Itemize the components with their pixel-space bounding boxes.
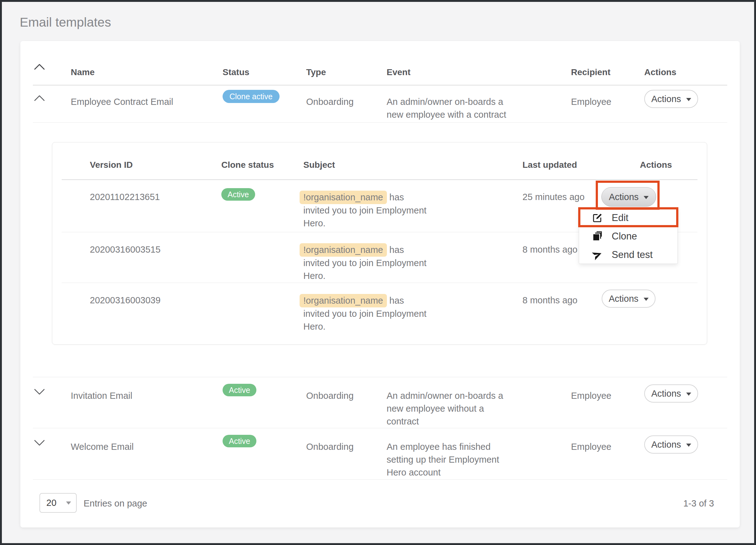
email-templates-card: Name Status Type Event Recipient Actions… <box>20 41 740 527</box>
version-id: 20200316003515 <box>90 232 221 256</box>
collapse-all-toggle[interactable] <box>33 41 71 70</box>
version-id: 20200316003039 <box>90 283 221 307</box>
chevron-down-icon <box>686 444 691 447</box>
template-name: Welcome Email <box>71 428 223 453</box>
table-row-welcome-email: Welcome Email Active Onboarding An emplo… <box>20 428 740 479</box>
template-event: An employee has finished setting up thei… <box>387 428 521 479</box>
annotation-rect-actions-button <box>596 181 660 210</box>
template-event: An admin/owner on-boards a new employee … <box>387 377 521 428</box>
status-badge: Active <box>223 435 256 447</box>
page-title: Email templates <box>20 15 111 30</box>
annotation-rect-edit-item <box>578 207 678 227</box>
divider <box>33 122 727 123</box>
chevron-down-icon <box>66 501 71 505</box>
menu-item-send-test[interactable]: Send test <box>579 245 677 264</box>
version-row: 20200316003039 !organisation_name has in… <box>52 283 707 345</box>
status-badge: Active <box>223 384 256 396</box>
template-event: An admin/owner on-boards a new employee … <box>387 85 521 121</box>
header-event: Event <box>387 41 571 77</box>
template-type: Onboarding <box>306 377 387 402</box>
row-expander[interactable] <box>33 377 71 396</box>
chevron-down-icon <box>33 439 45 447</box>
chevron-up-icon <box>33 94 45 102</box>
template-type: Onboarding <box>306 85 387 108</box>
header-actions: Actions <box>621 142 707 170</box>
status-badge: Clone active <box>223 90 280 103</box>
header-version-id: Version ID <box>90 142 221 170</box>
clone-icon <box>592 231 603 242</box>
chevron-down-icon <box>686 98 691 101</box>
header-actions: Actions <box>644 41 727 77</box>
versions-header: Version ID Clone status Subject Last upd… <box>52 142 707 179</box>
header-name: Name <box>71 41 223 77</box>
header-type: Type <box>306 41 387 77</box>
menu-item-clone[interactable]: Clone <box>579 227 677 245</box>
merge-token: !organisation_name <box>300 294 387 307</box>
send-test-icon <box>592 249 603 260</box>
table-row-employee-contract-email: Employee Contract Email Clone active Onb… <box>20 85 740 122</box>
template-name: Invitation Email <box>71 377 223 402</box>
template-recipient: Employee <box>571 428 644 453</box>
header-status: Status <box>223 41 306 77</box>
header-recipient: Recipient <box>571 41 644 77</box>
merge-token: !organisation_name <box>300 191 387 204</box>
chevron-down-icon <box>33 388 45 396</box>
actions-button[interactable]: Actions <box>644 384 698 403</box>
screenshot-frame: Email templates Name Status Type Event R… <box>0 0 756 545</box>
row-expander[interactable] <box>33 85 71 102</box>
version-id: 20201102213651 <box>90 179 221 203</box>
table-row-invitation-email: Invitation Email Active Onboarding An ad… <box>20 377 740 428</box>
clone-status-badge: Active <box>221 188 255 201</box>
template-recipient: Employee <box>571 377 644 402</box>
version-subject: !organisation_name has invited you to jo… <box>303 283 443 333</box>
main-table-header: Name Status Type Event Recipient Actions <box>20 41 740 85</box>
actions-button[interactable]: Actions <box>644 90 698 108</box>
chevron-up-icon <box>33 63 45 70</box>
merge-token: !organisation_name <box>300 243 387 257</box>
header-clone-status: Clone status <box>221 142 303 170</box>
version-subject: !organisation_name has invited you to jo… <box>303 179 443 230</box>
actions-button[interactable]: Actions <box>644 435 698 454</box>
actions-button[interactable]: Actions <box>602 290 656 308</box>
header-last-updated: Last updated <box>522 142 621 170</box>
pagination-range: 1-3 of 3 <box>683 498 714 509</box>
version-subject: !organisation_name has invited you to jo… <box>303 232 443 282</box>
template-name: Employee Contract Email <box>71 85 223 108</box>
template-type: Onboarding <box>306 428 387 453</box>
chevron-down-icon <box>644 298 649 301</box>
chevron-down-icon <box>686 393 691 396</box>
row-expander[interactable] <box>33 428 71 447</box>
template-recipient: Employee <box>571 85 644 108</box>
page-size-select[interactable]: 20 <box>39 493 77 513</box>
header-subject: Subject <box>303 142 522 170</box>
divider <box>33 479 727 480</box>
entries-on-page-label: Entries on page <box>84 498 147 509</box>
